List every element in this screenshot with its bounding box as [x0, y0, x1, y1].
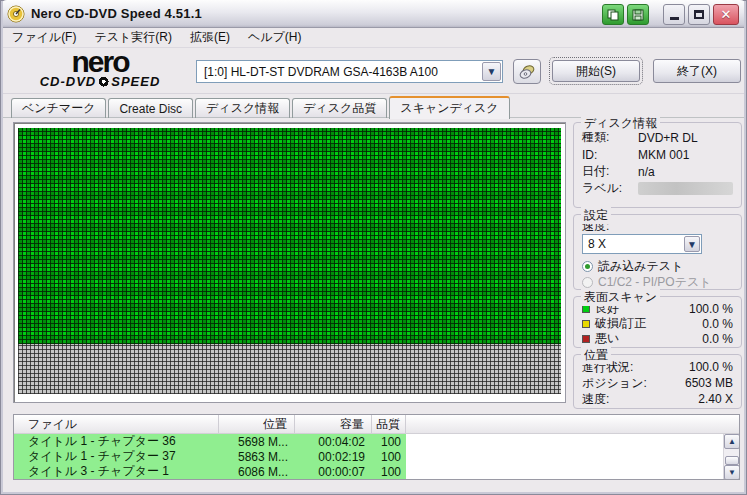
position-title: 位置 — [581, 347, 611, 364]
chevron-down-icon[interactable]: ▼ — [482, 62, 501, 81]
capacity-cell: 00:02:19 — [295, 449, 372, 464]
menu-help[interactable]: ヘルプ(H) — [239, 27, 311, 48]
file-cell: タイトル 1 - チャプター 36 — [14, 434, 219, 449]
quality-cell: 100 — [372, 449, 406, 464]
position-label: ポジション: — [582, 375, 654, 392]
position-value: 6503 MB — [654, 376, 733, 390]
tab-disc-info[interactable]: ディスク情報 — [195, 98, 290, 118]
disc-id-value: MKM 001 — [638, 148, 733, 162]
speed-select[interactable]: 8 X ▼ — [582, 234, 702, 254]
save-button[interactable] — [627, 4, 649, 25]
scrollbar-thumb[interactable] — [725, 456, 739, 465]
maximize-button[interactable] — [688, 4, 710, 25]
close-icon: ✕ — [721, 8, 732, 21]
table-scrollbar[interactable]: ▲ ▼ — [723, 434, 739, 480]
position-cell: 5698 M... — [219, 434, 295, 449]
nero-logo-text: nero — [25, 49, 175, 75]
tab-scandisc[interactable]: スキャンディスク — [389, 96, 509, 119]
good-value: 100.0 % — [689, 302, 733, 316]
app-window: Nero CD-DVD Speed 4.51.1 ✕ ファイ — [0, 0, 747, 495]
disc-tool-button[interactable] — [513, 59, 541, 84]
copy-button[interactable] — [602, 4, 624, 25]
radio-c1c2-label: C1/C2 - PI/POテスト — [598, 274, 712, 291]
toolbar: nero CD-DVD SPEED [1:0] HL-DT-ST DVDRAM … — [3, 48, 744, 94]
capacity-cell: 00:04:02 — [295, 434, 372, 449]
file-cell: タイトル 1 - チャプター 37 — [14, 449, 219, 464]
menu-extra[interactable]: 拡張(E) — [181, 27, 239, 48]
disc-logo-icon — [98, 76, 109, 87]
quality-cell: 100 — [372, 434, 406, 449]
bad-color-chip — [582, 335, 590, 343]
disc-label-redacted — [638, 182, 733, 195]
start-button-focus-ring: 開始(S) — [549, 57, 643, 85]
tab-strip: ベンチマーク Create Disc ディスク情報 ディスク品質 スキャンディス… — [11, 95, 512, 118]
position-group: 位置 進行状況:100.0 % ポジション:6503 MB 速度:2.40 X — [573, 354, 742, 409]
file-table-body: タイトル 1 - チャプター 36 5698 M... 00:04:02 100… — [14, 434, 739, 480]
radio-c1c2-test: C1/C2 - PI/POテスト — [574, 274, 741, 290]
col-capacity[interactable]: 容量 — [295, 415, 372, 433]
radio-checked-icon[interactable] — [582, 261, 593, 272]
damaged-value: 0.0 % — [702, 317, 733, 331]
table-row[interactable]: タイトル 1 - チャプター 37 5863 M... 00:02:19 100 — [14, 449, 406, 464]
disc-date-label: 日付: — [582, 163, 638, 180]
file-cell: タイトル 3 - チャプター 1 — [14, 464, 219, 479]
close-button[interactable]: ✕ — [713, 4, 739, 25]
discs-icon — [519, 64, 535, 80]
position-cell: 5863 M... — [219, 449, 295, 464]
damaged-color-chip — [582, 320, 590, 328]
settings-title: 設定 — [581, 207, 611, 224]
table-row[interactable]: タイトル 1 - チャプター 36 5698 M... 00:04:02 100 — [14, 434, 406, 449]
progress-value: 100.0 % — [654, 360, 733, 374]
radio-read-test[interactable]: 読み込みテスト — [574, 258, 741, 274]
minimize-icon — [670, 17, 679, 20]
capacity-cell: 00:00:07 — [295, 464, 372, 479]
quality-cell: 100 — [372, 464, 406, 479]
scroll-down-icon[interactable]: ▼ — [724, 465, 740, 480]
exit-button[interactable]: 終了(X) — [653, 59, 741, 83]
window-title: Nero CD-DVD Speed 4.51.1 — [31, 6, 202, 21]
file-table-header[interactable]: ファイル 位置 容量 品質 — [14, 415, 739, 434]
save-icon — [632, 9, 644, 21]
bad-value: 0.0 % — [702, 332, 733, 346]
col-file[interactable]: ファイル — [14, 415, 219, 433]
scan-grid-good — [18, 128, 561, 344]
tab-disc-quality[interactable]: ディスク品質 — [292, 98, 387, 118]
col-position[interactable]: 位置 — [219, 415, 295, 433]
start-button[interactable]: 開始(S) — [552, 60, 640, 82]
tab-benchmark[interactable]: ベンチマーク — [11, 98, 106, 118]
radio-unchecked-icon — [582, 277, 593, 288]
logo-speed-text: SPEED — [111, 75, 160, 88]
surface-scan-group: 表面スキャン 良好 100.0 % 破損/訂正 0.0 % 悪い 0.0 % — [573, 296, 742, 348]
disc-info-group: ディスク情報 種類:DVD+R DL ID:MKM 001 日付:n/a ラベル… — [573, 122, 742, 208]
disc-label-label: ラベル: — [582, 180, 638, 197]
radio-read-test-label: 読み込みテスト — [598, 258, 683, 275]
speed-readout-label: 速度: — [582, 391, 654, 408]
settings-group: 設定 速度: 8 X ▼ 読み込みテスト C1/C2 - PI/POテスト — [573, 214, 742, 290]
minimize-button[interactable] — [663, 4, 685, 25]
drive-select-value: [1:0] HL-DT-ST DVDRAM GSA-4163B A100 — [197, 65, 482, 79]
bad-label: 悪い — [595, 330, 702, 347]
scan-grid-unscanned — [18, 344, 561, 394]
tab-create-disc[interactable]: Create Disc — [108, 98, 193, 118]
speed-readout-value: 2.40 X — [654, 392, 733, 406]
disc-date-value: n/a — [638, 165, 733, 179]
title-bar[interactable]: Nero CD-DVD Speed 4.51.1 ✕ — [0, 0, 747, 28]
disc-id-label: ID: — [582, 148, 638, 162]
disc-type-value: DVD+R DL — [638, 131, 733, 145]
nero-logo: nero CD-DVD SPEED — [25, 49, 175, 88]
copy-icon — [607, 9, 619, 21]
col-quality[interactable]: 品質 — [372, 415, 406, 433]
position-cell: 6086 M... — [219, 464, 295, 479]
disc-info-title: ディスク情報 — [581, 115, 660, 132]
logo-cddvd-text: CD-DVD — [40, 75, 97, 88]
app-icon — [7, 5, 25, 23]
col-filler — [406, 415, 739, 433]
maximize-icon — [694, 10, 704, 19]
table-row[interactable]: タイトル 3 - チャプター 1 6086 M... 00:00:07 100 — [14, 464, 406, 479]
chevron-down-icon[interactable]: ▼ — [684, 236, 700, 252]
scroll-up-icon[interactable]: ▲ — [724, 434, 740, 449]
speed-select-value: 8 X — [583, 237, 684, 251]
file-table: ファイル 位置 容量 品質 タイトル 1 - チャプター 36 5698 M..… — [13, 414, 740, 480]
scan-area — [13, 122, 566, 403]
drive-select[interactable]: [1:0] HL-DT-ST DVDRAM GSA-4163B A100 ▼ — [196, 60, 503, 83]
